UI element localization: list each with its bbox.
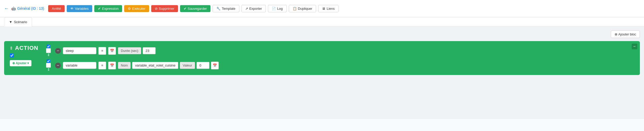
log-button[interactable]: 📄 Log — [268, 5, 287, 12]
row-variable-remove-button[interactable]: − — [55, 63, 61, 68]
row-sleep-table-icon[interactable]: ≡ — [98, 47, 106, 55]
table-row: ⇕ − sleep ≡ 📅 Durée (sec) 23 — [44, 45, 637, 57]
sauvegarder-button[interactable]: ✔ Sauvegarder — [180, 5, 210, 12]
sleep-duration-label: Durée (sec) — [118, 47, 141, 54]
action-block-inner: ⇕ ACTION ⊕ Ajouter ▾ — [7, 45, 637, 71]
row-variable-sort-icon[interactable]: ⇕ — [47, 68, 50, 71]
dupliquer-button[interactable]: 📋 Dupliquer — [289, 5, 316, 12]
scenario-tab-label: Scénario — [14, 20, 27, 24]
arrete-button[interactable]: Arrêté — [48, 5, 64, 12]
row-checkbox-sort-variable: ⇕ — [46, 59, 51, 71]
sauvegarder-icon: ✔ — [184, 7, 187, 11]
supprimer-icon: ⊘ — [155, 7, 158, 11]
executer-button[interactable]: ⚙ Exécuter — [124, 5, 149, 12]
supprimer-button[interactable]: ⊘ Supprimer — [151, 5, 178, 12]
template-button[interactable]: 🔧 Template — [213, 5, 239, 12]
variables-icon: 👁 — [70, 7, 74, 11]
variable-valeur-calendar-icon[interactable]: 📅 — [211, 62, 219, 69]
template-label: Template — [222, 7, 235, 11]
row-variable-square — [46, 63, 51, 68]
row-variable-params: Nom variable_etat_volet_cuisine Valeur 0… — [118, 62, 637, 69]
row-left-sleep: ⇕ — [44, 45, 53, 57]
scenario-filter-icon: ▼ — [9, 20, 12, 24]
exporter-label: Exporter — [249, 7, 262, 11]
expression-button[interactable]: ✔ Expression — [94, 5, 122, 12]
action-block: − ⇕ ACTION ⊕ Ajouter ▾ — [4, 41, 640, 75]
back-button[interactable]: ← — [4, 6, 9, 11]
row-sleep-square — [46, 48, 51, 53]
liens-label: Liens — [327, 7, 335, 11]
tab-scenario[interactable]: ▼ Scénario — [4, 17, 32, 26]
action-rows: ⇕ − sleep ≡ 📅 Durée (sec) 23 — [44, 45, 637, 71]
page-title-area: 🤖 Général (ID : 13) — [11, 6, 44, 11]
ajouter-label: ⊕ Ajouter ▾ — [12, 61, 29, 65]
robot-icon: 🤖 — [11, 6, 16, 11]
variables-button[interactable]: 👁 Variables — [67, 5, 92, 12]
variable-valeur-value: 0 — [197, 62, 209, 69]
variable-nom-label: Nom — [118, 62, 131, 69]
variable-nom-value: variable_etat_volet_cuisine — [132, 62, 178, 69]
action-enable-checkbox[interactable] — [10, 53, 14, 58]
add-bloc-row: ⊕ Ajouter bloc — [4, 31, 640, 38]
arrete-label: Arrêté — [52, 7, 61, 11]
row-sleep-checkbox[interactable] — [47, 45, 50, 48]
exporter-icon: ↗ — [245, 7, 248, 11]
executer-label: Exécuter — [132, 7, 145, 11]
block-sort-handle[interactable]: ⇕ — [10, 46, 13, 51]
table-row: ⇕ − variable ≡ 📅 Nom variable_et — [44, 59, 637, 71]
log-label: Log — [277, 7, 283, 11]
variable-valeur-label: Valeur — [180, 62, 195, 69]
ajouter-button[interactable]: ⊕ Ajouter ▾ — [10, 60, 31, 66]
row-variable-calendar-icon[interactable]: 📅 — [108, 62, 116, 69]
toolbar: ← 🤖 Général (ID : 13) Arrêté 👁 Variables… — [0, 0, 644, 17]
sleep-duration-value: 23 — [143, 47, 156, 54]
liens-button[interactable]: 🖥 Liens — [318, 5, 338, 12]
template-icon: 🔧 — [216, 7, 221, 11]
block-collapse-button[interactable]: − — [632, 44, 637, 49]
row-sleep-sort-icon[interactable]: ⇕ — [47, 53, 50, 57]
supprimer-label: Supprimer — [159, 7, 174, 11]
action-label-row: ⇕ ACTION — [10, 45, 38, 51]
variables-label: Variables — [75, 7, 89, 11]
sauvegarder-label: Sauvegarder — [188, 7, 207, 11]
row-sleep-remove-button[interactable]: − — [55, 48, 61, 54]
row-sleep-calendar-icon[interactable]: 📅 — [108, 47, 116, 55]
action-checkbox-row — [7, 53, 14, 58]
action-title: ACTION — [15, 45, 38, 51]
log-icon: 📄 — [272, 7, 276, 11]
dupliquer-label: Dupliquer — [298, 7, 312, 11]
content-area: ⊕ Ajouter bloc − ⇕ ACTION ⊕ Ajouter ▾ — [0, 26, 644, 119]
executer-icon: ⚙ — [128, 7, 131, 11]
dupliquer-icon: 📋 — [293, 7, 297, 11]
row-sleep-params: Durée (sec) 23 — [118, 47, 637, 54]
toolbar-left: ← 🤖 Général (ID : 13) — [4, 6, 44, 11]
expression-label: Expression — [102, 7, 118, 11]
page-title: Général (ID : 13) — [17, 6, 44, 11]
action-left-panel: ⇕ ACTION ⊕ Ajouter ▾ — [7, 45, 41, 66]
add-bloc-button[interactable]: ⊕ Ajouter bloc — [611, 31, 640, 38]
row-variable-table-icon[interactable]: ≡ — [98, 62, 106, 69]
row-variable-checkbox[interactable] — [47, 59, 50, 63]
row-checkbox-sort-sleep: ⇕ — [46, 45, 51, 57]
tabs-bar: ▼ Scénario — [0, 17, 644, 26]
row-variable-command: variable — [63, 62, 96, 69]
add-bloc-label: ⊕ Ajouter bloc — [615, 32, 636, 36]
row-left-variable: ⇕ — [44, 59, 53, 71]
expression-icon: ✔ — [98, 7, 101, 11]
liens-icon: 🖥 — [322, 7, 325, 11]
exporter-button[interactable]: ↗ Exporter — [241, 5, 266, 12]
row-sleep-command: sleep — [63, 47, 96, 54]
